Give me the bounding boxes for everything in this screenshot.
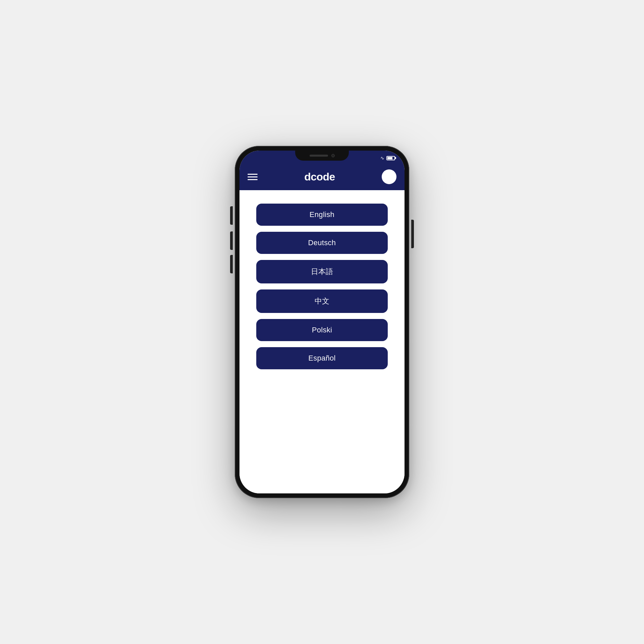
hamburger-line-3 (248, 179, 258, 180)
speaker (310, 155, 328, 157)
avatar[interactable] (382, 169, 396, 184)
status-bar: ∿ (239, 151, 405, 165)
camera (331, 154, 335, 157)
status-icons: ∿ (380, 155, 395, 161)
wifi-icon: ∿ (380, 155, 384, 161)
language-button-chinese[interactable]: 中文 (256, 289, 388, 313)
hamburger-line-1 (248, 174, 258, 175)
language-button-japanese[interactable]: 日本語 (256, 260, 388, 283)
language-list: EnglishDeutsch日本語中文PolskiEspañol (239, 190, 405, 493)
nav-bar: dcode (239, 165, 405, 190)
notch (295, 151, 349, 161)
phone-device: ∿ dcode EnglishDeutsch日本語中文PolskiEspañol (235, 146, 409, 498)
language-button-english[interactable]: English (256, 204, 388, 226)
app-title: dcode (304, 171, 335, 183)
language-button-espanol[interactable]: Español (256, 347, 388, 369)
hamburger-line-2 (248, 176, 258, 177)
app-header: ∿ dcode (239, 151, 405, 190)
language-button-deutsch[interactable]: Deutsch (256, 232, 388, 254)
hamburger-menu-button[interactable] (248, 174, 258, 180)
language-button-polski[interactable]: Polski (256, 319, 388, 341)
battery-icon (386, 156, 395, 160)
phone-screen: ∿ dcode EnglishDeutsch日本語中文PolskiEspañol (239, 151, 405, 493)
battery-fill (387, 157, 392, 159)
